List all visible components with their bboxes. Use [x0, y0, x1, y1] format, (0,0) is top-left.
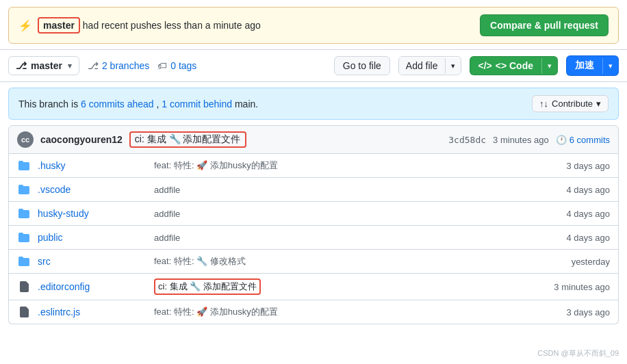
- file-icon: [17, 305, 31, 319]
- repo-toolbar: ⎇ master ▾ ⎇ 2 branches 🏷 0 tags Go to f…: [0, 49, 627, 82]
- tags-link[interactable]: 0 tags: [170, 60, 196, 71]
- table-row: husky-studyaddfile4 days ago: [9, 202, 618, 226]
- commit-meta: 3cd58dc 3 minutes ago 🕐 6 commits: [448, 135, 610, 145]
- file-name[interactable]: .vscode: [38, 184, 147, 195]
- file-name[interactable]: public: [38, 232, 147, 243]
- branches-icon: ⎇: [88, 60, 99, 71]
- file-time: 4 days ago: [566, 209, 610, 219]
- file-name[interactable]: .eslintrc.js: [38, 307, 147, 317]
- file-icon: [17, 280, 31, 294]
- file-name[interactable]: husky-study: [38, 208, 147, 219]
- file-commit-message[interactable]: addfile: [154, 233, 559, 243]
- history-label: 6 commits: [570, 135, 610, 145]
- jiasu-button-group: 加速 ▾: [566, 55, 619, 76]
- table-row: srcfeat: 特性: 🔧 修改格式yesterday: [9, 250, 618, 274]
- commit-time: 3 minutes ago: [493, 135, 549, 145]
- push-banner: ⚡ master had recent pushes less than a m…: [8, 7, 619, 44]
- file-table: .huskyfeat: 特性: 🚀 添加husky的配置3 days ago.v…: [8, 154, 619, 324]
- file-time: 3 days ago: [566, 307, 610, 317]
- file-name[interactable]: .husky: [38, 160, 147, 171]
- add-file-button[interactable]: Add file: [399, 57, 445, 75]
- history-icon: 🕐: [556, 135, 567, 145]
- file-commit-message[interactable]: feat: 特性: 🚀 添加husky的配置: [154, 306, 559, 318]
- ahead-link[interactable]: 6 commits ahead: [81, 99, 154, 109]
- compare-pull-request-button[interactable]: Compare & pull request: [480, 14, 609, 36]
- file-time: 3 minutes ago: [554, 282, 610, 292]
- jiasu-caret[interactable]: ▾: [602, 58, 618, 74]
- behind-link[interactable]: 1 commit behind: [162, 99, 232, 109]
- contribute-icon: ↑↓: [539, 99, 548, 109]
- contribute-label: Contribute: [552, 99, 593, 109]
- jiasu-button[interactable]: 加速: [567, 56, 602, 75]
- file-commit-message[interactable]: feat: 特性: 🔧 修改格式: [154, 255, 565, 268]
- branch-info-bar: This branch is 6 commits ahead , 1 commi…: [8, 88, 619, 120]
- commit-message[interactable]: ci: 集成 🔧 添加配置文件: [129, 131, 246, 148]
- code-button-group: </> <> Code ▾: [470, 56, 559, 75]
- branch-icon: ⎇: [16, 60, 27, 71]
- banner-message: master had recent pushes less than a min…: [38, 20, 261, 31]
- file-name[interactable]: .editorconfig: [38, 281, 147, 292]
- table-row: .huskyfeat: 特性: 🚀 添加husky的配置3 days ago: [9, 154, 618, 178]
- folder-icon: [17, 159, 31, 172]
- avatar: cc: [17, 131, 34, 148]
- file-time: yesterday: [572, 257, 610, 267]
- code-button[interactable]: </> <> Code: [470, 57, 542, 75]
- file-time: 4 days ago: [566, 185, 610, 195]
- banner-text: ⚡ master had recent pushes less than a m…: [18, 19, 261, 32]
- table-row: publicaddfile4 days ago: [9, 226, 618, 250]
- commit-author[interactable]: caocongyouren12: [40, 134, 123, 145]
- contribute-chevron: ▾: [596, 99, 601, 109]
- table-row: .eslintrc.jsfeat: 特性: 🚀 添加husky的配置3 days…: [9, 300, 618, 324]
- chevron-down-icon: ▾: [68, 62, 72, 70]
- tag-icon: 🏷: [157, 60, 167, 71]
- table-row: .editorconfigci: 集成 🔧 添加配置文件3 minutes ag…: [9, 274, 618, 300]
- branch-selector[interactable]: ⎇ master ▾: [8, 56, 79, 75]
- file-commit-message[interactable]: addfile: [154, 209, 559, 219]
- table-row: .vscodeaddfile4 days ago: [9, 178, 618, 202]
- folder-icon: [17, 255, 31, 268]
- file-time: 4 days ago: [566, 233, 610, 243]
- file-commit-message[interactable]: feat: 特性: 🚀 添加husky的配置: [154, 159, 559, 172]
- file-commit-message[interactable]: addfile: [154, 185, 559, 195]
- folder-icon: [17, 207, 31, 220]
- file-commit-message[interactable]: ci: 集成 🔧 添加配置文件: [154, 278, 261, 295]
- file-time: 3 days ago: [566, 161, 610, 171]
- add-file-group: Add file ▾: [398, 56, 461, 75]
- branch-name-highlight: master: [38, 17, 80, 34]
- commit-history-link[interactable]: 🕐 6 commits: [556, 135, 610, 145]
- add-file-caret[interactable]: ▾: [445, 58, 461, 74]
- tags-meta[interactable]: 🏷 0 tags: [157, 60, 196, 71]
- code-icon: </>: [478, 60, 492, 71]
- watermark: CSDN @草从不而斜_09: [537, 348, 619, 359]
- commit-hash[interactable]: 3cd58dc: [448, 135, 486, 145]
- file-name[interactable]: src: [38, 256, 147, 267]
- branches-meta[interactable]: ⎇ 2 branches: [88, 60, 149, 71]
- branch-name-label: master: [31, 60, 62, 71]
- folder-icon: [17, 231, 31, 244]
- contribute-button[interactable]: ↑↓ Contribute ▾: [532, 95, 609, 112]
- code-caret[interactable]: ▾: [541, 58, 557, 74]
- branch-info-text: This branch is 6 commits ahead , 1 commi…: [18, 99, 258, 109]
- commit-row: cc caocongyouren12 ci: 集成 🔧 添加配置文件 3cd58…: [8, 125, 619, 154]
- goto-file-button[interactable]: Go to file: [334, 56, 390, 75]
- lightning-icon: ⚡: [18, 19, 32, 32]
- branches-link[interactable]: 2 branches: [102, 60, 149, 71]
- folder-icon: [17, 183, 31, 196]
